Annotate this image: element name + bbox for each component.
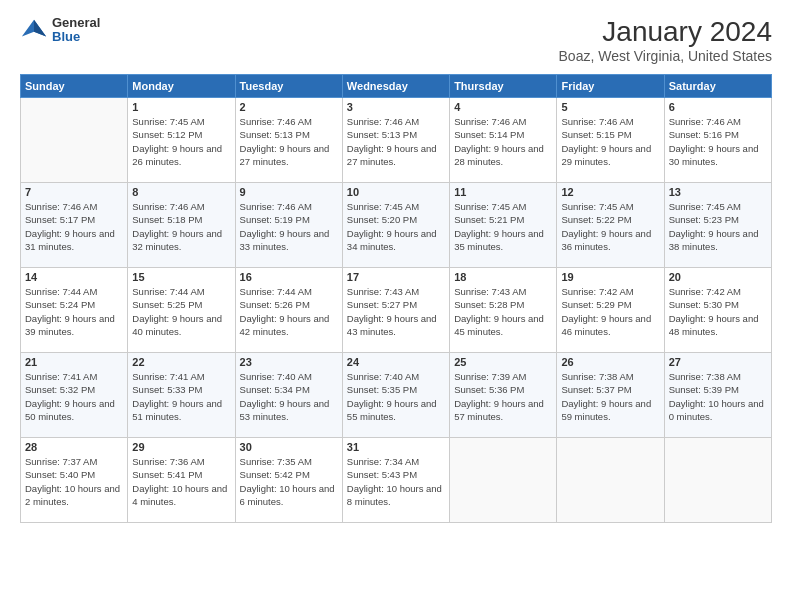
day-cell: 14Sunrise: 7:44 AMSunset: 5:24 PMDayligh… <box>21 268 128 353</box>
day-number: 19 <box>561 271 659 283</box>
day-number: 30 <box>240 441 338 453</box>
day-cell: 20Sunrise: 7:42 AMSunset: 5:30 PMDayligh… <box>664 268 771 353</box>
calendar-title: January 2024 <box>559 16 772 48</box>
logo: General Blue <box>20 16 100 45</box>
calendar-subtitle: Boaz, West Virginia, United States <box>559 48 772 64</box>
day-cell: 17Sunrise: 7:43 AMSunset: 5:27 PMDayligh… <box>342 268 449 353</box>
day-cell: 9Sunrise: 7:46 AMSunset: 5:19 PMDaylight… <box>235 183 342 268</box>
day-info: Sunrise: 7:40 AMSunset: 5:34 PMDaylight:… <box>240 370 338 423</box>
header-saturday: Saturday <box>664 75 771 98</box>
logo-text: General Blue <box>52 16 100 45</box>
day-cell: 25Sunrise: 7:39 AMSunset: 5:36 PMDayligh… <box>450 353 557 438</box>
day-info: Sunrise: 7:45 AMSunset: 5:22 PMDaylight:… <box>561 200 659 253</box>
day-number: 24 <box>347 356 445 368</box>
header-sunday: Sunday <box>21 75 128 98</box>
day-cell: 19Sunrise: 7:42 AMSunset: 5:29 PMDayligh… <box>557 268 664 353</box>
day-info: Sunrise: 7:40 AMSunset: 5:35 PMDaylight:… <box>347 370 445 423</box>
day-number: 5 <box>561 101 659 113</box>
day-number: 1 <box>132 101 230 113</box>
day-info: Sunrise: 7:46 AMSunset: 5:13 PMDaylight:… <box>240 115 338 168</box>
day-info: Sunrise: 7:46 AMSunset: 5:18 PMDaylight:… <box>132 200 230 253</box>
day-number: 2 <box>240 101 338 113</box>
day-number: 6 <box>669 101 767 113</box>
logo-line2: Blue <box>52 30 100 44</box>
day-info: Sunrise: 7:46 AMSunset: 5:16 PMDaylight:… <box>669 115 767 168</box>
day-number: 8 <box>132 186 230 198</box>
header-thursday: Thursday <box>450 75 557 98</box>
day-cell: 15Sunrise: 7:44 AMSunset: 5:25 PMDayligh… <box>128 268 235 353</box>
day-info: Sunrise: 7:34 AMSunset: 5:43 PMDaylight:… <box>347 455 445 508</box>
day-number: 11 <box>454 186 552 198</box>
day-number: 13 <box>669 186 767 198</box>
day-info: Sunrise: 7:36 AMSunset: 5:41 PMDaylight:… <box>132 455 230 508</box>
day-number: 4 <box>454 101 552 113</box>
day-info: Sunrise: 7:45 AMSunset: 5:23 PMDaylight:… <box>669 200 767 253</box>
day-cell: 11Sunrise: 7:45 AMSunset: 5:21 PMDayligh… <box>450 183 557 268</box>
day-info: Sunrise: 7:46 AMSunset: 5:13 PMDaylight:… <box>347 115 445 168</box>
day-number: 15 <box>132 271 230 283</box>
header-friday: Friday <box>557 75 664 98</box>
day-info: Sunrise: 7:45 AMSunset: 5:21 PMDaylight:… <box>454 200 552 253</box>
header-wednesday: Wednesday <box>342 75 449 98</box>
day-info: Sunrise: 7:46 AMSunset: 5:14 PMDaylight:… <box>454 115 552 168</box>
day-info: Sunrise: 7:42 AMSunset: 5:29 PMDaylight:… <box>561 285 659 338</box>
day-number: 23 <box>240 356 338 368</box>
day-cell <box>664 438 771 523</box>
day-cell: 16Sunrise: 7:44 AMSunset: 5:26 PMDayligh… <box>235 268 342 353</box>
day-info: Sunrise: 7:41 AMSunset: 5:33 PMDaylight:… <box>132 370 230 423</box>
day-cell: 21Sunrise: 7:41 AMSunset: 5:32 PMDayligh… <box>21 353 128 438</box>
day-info: Sunrise: 7:45 AMSunset: 5:12 PMDaylight:… <box>132 115 230 168</box>
day-cell: 10Sunrise: 7:45 AMSunset: 5:20 PMDayligh… <box>342 183 449 268</box>
day-cell: 22Sunrise: 7:41 AMSunset: 5:33 PMDayligh… <box>128 353 235 438</box>
day-cell: 31Sunrise: 7:34 AMSunset: 5:43 PMDayligh… <box>342 438 449 523</box>
day-info: Sunrise: 7:46 AMSunset: 5:17 PMDaylight:… <box>25 200 123 253</box>
day-cell: 5Sunrise: 7:46 AMSunset: 5:15 PMDaylight… <box>557 98 664 183</box>
day-cell: 29Sunrise: 7:36 AMSunset: 5:41 PMDayligh… <box>128 438 235 523</box>
logo-icon <box>20 16 48 44</box>
day-info: Sunrise: 7:46 AMSunset: 5:15 PMDaylight:… <box>561 115 659 168</box>
title-block: January 2024 Boaz, West Virginia, United… <box>559 16 772 64</box>
day-number: 31 <box>347 441 445 453</box>
day-number: 25 <box>454 356 552 368</box>
day-cell: 26Sunrise: 7:38 AMSunset: 5:37 PMDayligh… <box>557 353 664 438</box>
day-cell: 23Sunrise: 7:40 AMSunset: 5:34 PMDayligh… <box>235 353 342 438</box>
day-cell: 2Sunrise: 7:46 AMSunset: 5:13 PMDaylight… <box>235 98 342 183</box>
page: General Blue January 2024 Boaz, West Vir… <box>0 0 792 612</box>
day-number: 29 <box>132 441 230 453</box>
day-info: Sunrise: 7:44 AMSunset: 5:26 PMDaylight:… <box>240 285 338 338</box>
day-info: Sunrise: 7:37 AMSunset: 5:40 PMDaylight:… <box>25 455 123 508</box>
week-row-3: 14Sunrise: 7:44 AMSunset: 5:24 PMDayligh… <box>21 268 772 353</box>
day-number: 21 <box>25 356 123 368</box>
day-number: 20 <box>669 271 767 283</box>
week-row-2: 7Sunrise: 7:46 AMSunset: 5:17 PMDaylight… <box>21 183 772 268</box>
day-cell: 30Sunrise: 7:35 AMSunset: 5:42 PMDayligh… <box>235 438 342 523</box>
day-number: 9 <box>240 186 338 198</box>
day-cell: 18Sunrise: 7:43 AMSunset: 5:28 PMDayligh… <box>450 268 557 353</box>
day-cell <box>557 438 664 523</box>
day-cell <box>450 438 557 523</box>
day-number: 14 <box>25 271 123 283</box>
day-info: Sunrise: 7:43 AMSunset: 5:27 PMDaylight:… <box>347 285 445 338</box>
day-number: 26 <box>561 356 659 368</box>
day-number: 28 <box>25 441 123 453</box>
svg-marker-1 <box>34 20 46 37</box>
day-cell: 1Sunrise: 7:45 AMSunset: 5:12 PMDaylight… <box>128 98 235 183</box>
day-number: 3 <box>347 101 445 113</box>
day-cell <box>21 98 128 183</box>
day-info: Sunrise: 7:38 AMSunset: 5:39 PMDaylight:… <box>669 370 767 423</box>
day-info: Sunrise: 7:41 AMSunset: 5:32 PMDaylight:… <box>25 370 123 423</box>
day-number: 7 <box>25 186 123 198</box>
logo-line1: General <box>52 16 100 30</box>
day-number: 16 <box>240 271 338 283</box>
day-info: Sunrise: 7:35 AMSunset: 5:42 PMDaylight:… <box>240 455 338 508</box>
day-info: Sunrise: 7:45 AMSunset: 5:20 PMDaylight:… <box>347 200 445 253</box>
day-number: 12 <box>561 186 659 198</box>
day-cell: 3Sunrise: 7:46 AMSunset: 5:13 PMDaylight… <box>342 98 449 183</box>
day-cell: 8Sunrise: 7:46 AMSunset: 5:18 PMDaylight… <box>128 183 235 268</box>
day-cell: 28Sunrise: 7:37 AMSunset: 5:40 PMDayligh… <box>21 438 128 523</box>
day-info: Sunrise: 7:43 AMSunset: 5:28 PMDaylight:… <box>454 285 552 338</box>
day-info: Sunrise: 7:39 AMSunset: 5:36 PMDaylight:… <box>454 370 552 423</box>
day-cell: 12Sunrise: 7:45 AMSunset: 5:22 PMDayligh… <box>557 183 664 268</box>
header-tuesday: Tuesday <box>235 75 342 98</box>
week-row-5: 28Sunrise: 7:37 AMSunset: 5:40 PMDayligh… <box>21 438 772 523</box>
